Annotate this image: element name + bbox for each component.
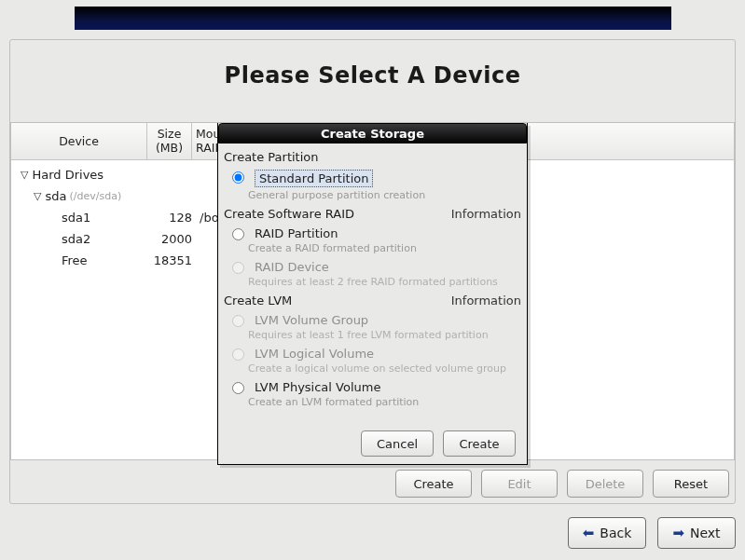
radio-lvm-pv[interactable] xyxy=(232,382,244,394)
option-lvm-vg: LVM Volume Group xyxy=(228,313,521,327)
sda-path: (/dev/sda) xyxy=(69,190,121,202)
radio-lvm-vg xyxy=(232,315,244,327)
option-raid-partition[interactable]: RAID Partition xyxy=(228,226,521,240)
opt-desc: Requires at least 1 free LVM formated pa… xyxy=(248,329,521,341)
col-size[interactable]: Size (MB) xyxy=(147,123,192,159)
opt-label: LVM Physical Volume xyxy=(255,380,380,394)
next-label: Next xyxy=(690,526,721,540)
nav-bar: ⬅ Back ➡ Next xyxy=(568,517,736,549)
top-banner xyxy=(75,7,671,30)
dialog-title: Create Storage xyxy=(218,123,527,143)
radio-raid-device xyxy=(232,262,244,274)
lvm-info-link[interactable]: Information xyxy=(451,294,521,307)
col-device[interactable]: Device xyxy=(11,123,147,159)
expand-icon[interactable]: ▽ xyxy=(34,190,41,202)
dialog-footer: Cancel Create xyxy=(218,423,527,464)
expand-icon[interactable]: ▽ xyxy=(21,169,28,181)
action-bar: Create Edit Delete Reset xyxy=(395,470,729,498)
part-size: 2000 xyxy=(153,232,198,246)
opt-label: Standard Partition xyxy=(259,171,368,185)
opt-label: RAID Partition xyxy=(255,226,338,240)
opt-desc: Create a RAID formated partition xyxy=(248,242,521,254)
opt-desc: Create a logical volume on selected volu… xyxy=(248,362,521,375)
arrow-right-icon: ➡ xyxy=(672,525,684,541)
section-label: Create Partition xyxy=(224,150,319,164)
sda-label: sda xyxy=(45,189,66,203)
section-create-raid: Create Software RAID Information xyxy=(224,207,521,221)
section-label: Create LVM xyxy=(224,294,292,307)
back-button[interactable]: ⬅ Back xyxy=(568,517,646,549)
col-size-line1: Size xyxy=(158,127,182,141)
radio-raid-partition[interactable] xyxy=(232,228,244,240)
create-button[interactable]: Create xyxy=(395,470,472,498)
opt-label: LVM Logical Volume xyxy=(255,347,374,361)
part-name: Free xyxy=(21,253,153,267)
part-name: sda2 xyxy=(21,232,153,246)
next-button[interactable]: ➡ Next xyxy=(657,517,736,549)
raid-info-link[interactable]: Information xyxy=(451,207,521,221)
part-size: 18351 xyxy=(153,253,198,267)
option-raid-device: RAID Device xyxy=(228,260,521,274)
edit-button[interactable]: Edit xyxy=(481,470,558,498)
arrow-left-icon: ⬅ xyxy=(583,525,595,541)
page-title: Please Select A Device xyxy=(10,62,735,89)
dialog-cancel-button[interactable]: Cancel xyxy=(361,430,434,457)
opt-desc: Create an LVM formated partition xyxy=(248,396,521,408)
section-create-lvm: Create LVM Information xyxy=(224,294,521,307)
option-lvm-lv: LVM Logical Volume xyxy=(228,347,521,361)
opt-desc: Requires at least 2 free RAID formated p… xyxy=(248,276,521,288)
opt-desc: General purpose partition creation xyxy=(248,189,521,201)
section-create-partition: Create Partition xyxy=(224,150,521,164)
part-name: sda1 xyxy=(21,211,153,225)
opt-label: LVM Volume Group xyxy=(255,313,368,327)
part-size: 128 xyxy=(153,211,198,225)
section-label: Create Software RAID xyxy=(224,207,354,221)
reset-button[interactable]: Reset xyxy=(653,470,729,498)
create-storage-dialog: Create Storage Create Partition Standard… xyxy=(217,123,528,465)
col-size-line2: (MB) xyxy=(156,141,183,155)
dialog-body: Create Partition Standard Partition Gene… xyxy=(218,144,527,423)
hard-drives-label: Hard Drives xyxy=(32,168,103,182)
option-lvm-pv[interactable]: LVM Physical Volume xyxy=(228,380,521,394)
dialog-create-button[interactable]: Create xyxy=(443,430,516,457)
opt-label: RAID Device xyxy=(255,260,329,274)
radio-standard-partition[interactable] xyxy=(232,171,244,184)
delete-button[interactable]: Delete xyxy=(567,470,643,498)
back-label: Back xyxy=(600,526,631,540)
option-standard-partition[interactable]: Standard Partition xyxy=(228,170,521,187)
radio-lvm-lv xyxy=(232,348,244,361)
